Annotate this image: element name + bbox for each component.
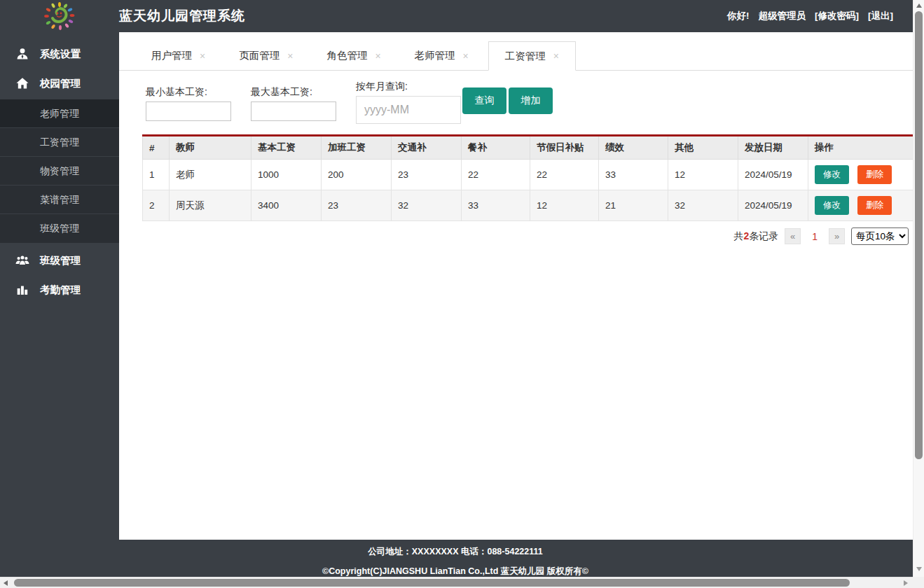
- prev-page-button[interactable]: «: [785, 228, 801, 244]
- pagination: 共2条记录 « 1 » 每页10条: [119, 227, 909, 245]
- app-viewport: 蓝天幼儿园管理系统 你好! 超级管理员 [修改密码] [退出] 系统设置校园管理…: [0, 0, 913, 577]
- tab-label: 工资管理: [505, 50, 546, 63]
- table-header-row: #教师基本工资加班工资交通补餐补节假日补贴绩效其他发放日期操作: [143, 136, 913, 160]
- filter-buttons: 查询 增加: [462, 88, 553, 114]
- table-cell: 2024/05/19: [738, 190, 808, 221]
- table-cell: 22: [530, 160, 599, 190]
- tab-4[interactable]: 老师管理×: [401, 41, 483, 70]
- table-row: 1老师100020023222233122024/05/19修改删除: [143, 160, 913, 190]
- vertical-scrollbar-thumb[interactable]: [915, 11, 923, 459]
- column-header: 教师: [170, 136, 251, 160]
- table-cell: 1: [143, 160, 170, 190]
- column-header: 加班工资: [322, 136, 392, 160]
- max-salary-input[interactable]: [251, 102, 336, 121]
- sidebar-item[interactable]: 班级管理: [0, 246, 119, 275]
- page-footer: 公司地址：XXXXXXXX 电话：088-54222111 ©Copyright…: [119, 540, 913, 577]
- current-page-number[interactable]: 1: [807, 231, 822, 242]
- tab-close-icon[interactable]: ×: [553, 50, 559, 62]
- edit-button[interactable]: 修改: [815, 196, 849, 215]
- column-header: #: [143, 136, 170, 160]
- tab-close-icon[interactable]: ×: [375, 50, 380, 62]
- delete-button[interactable]: 删除: [857, 165, 892, 184]
- table-cell: 33: [599, 160, 668, 190]
- tab-bar: 用户管理×页面管理×角色管理×老师管理×工资管理×: [119, 41, 913, 71]
- sidebar-subitem[interactable]: 老师管理: [0, 99, 119, 128]
- tab-close-icon[interactable]: ×: [463, 50, 469, 62]
- add-button[interactable]: 增加: [509, 88, 553, 114]
- sidebar-submenu: 老师管理工资管理物资管理菜谱管理班级管理: [0, 99, 119, 243]
- top-header: 蓝天幼儿园管理系统 你好! 超级管理员 [修改密码] [退出]: [0, 0, 913, 32]
- logout-link[interactable]: [退出]: [868, 10, 893, 22]
- search-button[interactable]: 查询: [462, 88, 506, 114]
- change-password-link[interactable]: [修改密码]: [815, 10, 859, 22]
- column-header: 发放日期: [738, 136, 808, 160]
- column-header: 基本工资: [251, 136, 322, 160]
- min-salary-input[interactable]: [146, 102, 231, 121]
- table-cell: 32: [392, 190, 462, 221]
- tab-2[interactable]: 页面管理×: [225, 41, 307, 70]
- tab-label: 角色管理: [326, 49, 367, 62]
- table-cell: 12: [668, 160, 738, 190]
- sidebar-subitem[interactable]: 工资管理: [0, 128, 119, 157]
- table-cell: 3400: [251, 190, 322, 221]
- sidebar-subitem[interactable]: 班级管理: [0, 214, 119, 243]
- month-query-input[interactable]: [356, 96, 461, 124]
- sidebar-subitem[interactable]: 物资管理: [0, 157, 119, 186]
- logo: [0, 0, 119, 32]
- tab-3[interactable]: 角色管理×: [312, 41, 394, 70]
- table-cell: 200: [322, 160, 392, 190]
- tab-label: 页面管理: [239, 49, 280, 62]
- tab-close-icon[interactable]: ×: [200, 50, 205, 62]
- max-salary-label: 最大基本工资:: [251, 86, 336, 99]
- next-page-button[interactable]: »: [829, 228, 845, 244]
- vertical-scrollbar[interactable]: [913, 0, 924, 577]
- tab-1[interactable]: 用户管理×: [137, 41, 219, 70]
- tab-close-icon[interactable]: ×: [287, 50, 293, 62]
- footer-address: 公司地址：XXXXXXXX 电话：088-54222111: [119, 546, 792, 558]
- table-cell: 33: [462, 190, 530, 221]
- table-body: 1老师100020023222233122024/05/19修改删除2周天源34…: [143, 160, 913, 221]
- tab-label: 用户管理: [151, 49, 192, 62]
- table-cell: 1000: [251, 160, 322, 190]
- table-cell: 22: [462, 160, 530, 190]
- scroll-right-arrow-icon[interactable]: [904, 580, 908, 586]
- greeting-text: 你好!: [727, 10, 750, 22]
- table-actions-cell: 修改删除: [808, 190, 913, 221]
- scroll-up-arrow-icon[interactable]: [916, 4, 922, 8]
- table-cell: 2024/05/19: [738, 160, 808, 190]
- page-title: 蓝天幼儿园管理系统: [119, 7, 245, 25]
- scroll-left-arrow-icon[interactable]: [4, 580, 8, 586]
- sidebar-item[interactable]: 校园管理: [0, 69, 119, 98]
- table-row: 2周天源34002332331221322024/05/19修改删除: [143, 190, 913, 221]
- salary-table: #教师基本工资加班工资交通补餐补节假日补贴绩效其他发放日期操作 1老师10002…: [142, 134, 913, 221]
- table-cell: 12: [530, 190, 599, 221]
- sidebar-item[interactable]: 考勤管理: [0, 275, 119, 304]
- horizontal-scrollbar-thumb[interactable]: [14, 579, 850, 587]
- footer-copyright: ©Copyright(C)JIANGSHU LianTian Co.,Ltd 蓝…: [119, 566, 792, 577]
- sun-logo-icon: [41, 2, 78, 30]
- table-cell: 21: [599, 190, 668, 221]
- tab-5[interactable]: 工资管理×: [488, 41, 576, 71]
- scroll-down-arrow-icon[interactable]: [916, 567, 922, 571]
- edit-button[interactable]: 修改: [815, 165, 849, 184]
- record-count-text: 共2条记录: [733, 230, 778, 243]
- delete-button[interactable]: 删除: [857, 196, 892, 215]
- sidebar-item[interactable]: 系统设置: [0, 39, 119, 69]
- table-cell: 23: [392, 160, 462, 190]
- sidebar-menu: 系统设置校园管理老师管理工资管理物资管理菜谱管理班级管理班级管理考勤管理: [0, 32, 119, 577]
- footer-inner: 公司地址：XXXXXXXX 电话：088-54222111 ©Copyright…: [119, 540, 792, 577]
- month-query-group: 按年月查询:: [356, 80, 461, 124]
- scrollbar-corner: [913, 577, 924, 588]
- column-header: 交通补: [392, 136, 462, 160]
- user-icon: [15, 48, 29, 60]
- sidebar-item-label: 系统设置: [40, 48, 81, 61]
- horizontal-scrollbar[interactable]: [0, 577, 913, 588]
- max-salary-group: 最大基本工资:: [251, 86, 336, 121]
- table-cell: 23: [322, 190, 392, 221]
- tab-label: 老师管理: [415, 49, 455, 62]
- page-size-select[interactable]: 每页10条: [851, 227, 909, 245]
- sidebar-item-label: 考勤管理: [40, 284, 81, 297]
- column-header: 餐补: [462, 136, 530, 160]
- sidebar-subitem[interactable]: 菜谱管理: [0, 186, 119, 214]
- table-actions-cell: 修改删除: [808, 160, 913, 190]
